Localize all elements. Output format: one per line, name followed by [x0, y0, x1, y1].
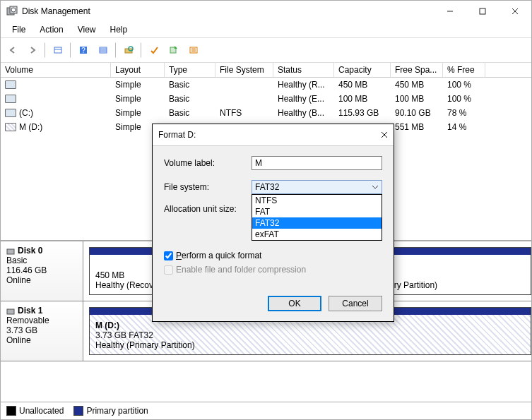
- cell-capacity: 450 MB: [334, 78, 391, 92]
- disk-icon: [6, 307, 15, 316]
- disk-status: Online: [6, 335, 77, 345]
- table-row[interactable]: (C:)SimpleBasicNTFSHealthy (B...115.93 G…: [1, 106, 531, 120]
- cell-status: Healthy (B...: [273, 106, 334, 120]
- dialog-titlebar: Format D:: [153, 124, 394, 146]
- disk-management-window: Disk Management File Action View Help ? …: [0, 0, 532, 420]
- disk-status: Online: [6, 275, 77, 285]
- window-title: Disk Management: [22, 6, 434, 16]
- cancel-button[interactable]: Cancel: [329, 296, 382, 311]
- ok-button[interactable]: OK: [268, 296, 321, 311]
- svg-rect-22: [7, 249, 14, 254]
- cell-fs: [215, 92, 273, 106]
- volume-icon: [5, 109, 16, 117]
- disk-icon: [6, 247, 15, 256]
- toolbar-separator: [141, 42, 142, 58]
- compression-check: [164, 265, 173, 275]
- help-button[interactable]: ?: [74, 41, 93, 59]
- apply-button[interactable]: [145, 41, 163, 59]
- disk-type: Basic: [6, 256, 77, 265]
- col-filesystem[interactable]: File System: [215, 63, 273, 77]
- volume-name: (C:): [19, 108, 33, 118]
- legend: Unallocated Primary partition: [1, 402, 531, 419]
- volume-name: M (D:): [19, 122, 42, 132]
- menu-action[interactable]: Action: [32, 23, 70, 36]
- menu-help[interactable]: Help: [103, 23, 135, 36]
- chevron-down-icon: [372, 184, 379, 191]
- titlebar: Disk Management: [1, 1, 531, 22]
- toolbar-separator: [45, 42, 46, 58]
- rescan-button[interactable]: [165, 41, 183, 59]
- forward-button[interactable]: [23, 41, 42, 59]
- disk-size: 116.46 GB: [6, 265, 77, 275]
- disk-header[interactable]: Disk 1 Removable 3.73 GB Online: [1, 301, 83, 361]
- panel-button[interactable]: [49, 41, 67, 59]
- disk-type: Removable: [6, 316, 77, 325]
- format-dialog: Format D: Volume label: File system: FAT…: [152, 124, 394, 322]
- cell-type: Basic: [165, 106, 215, 120]
- disk-header[interactable]: Disk 0 Basic 116.46 GB Online: [1, 241, 83, 301]
- list-button[interactable]: [94, 41, 112, 59]
- menubar: File Action View Help: [1, 22, 531, 38]
- legend-swatch-primary: [73, 406, 83, 416]
- cell-capacity: 100 MB: [334, 92, 391, 106]
- fs-option-fat32[interactable]: FAT32: [252, 217, 382, 229]
- maximize-button[interactable]: [466, 1, 499, 22]
- legend-swatch-unallocated: [6, 406, 16, 416]
- cell-layout: Simple: [111, 92, 165, 106]
- fs-option-ntfs[interactable]: NTFS: [252, 195, 382, 206]
- col-pctfree[interactable]: % Free: [443, 63, 485, 77]
- disk-name: Disk 1: [18, 306, 42, 316]
- table-row[interactable]: SimpleBasicHealthy (R...450 MB450 MB100 …: [1, 78, 531, 92]
- partition-size: 3.73 GB FAT32: [95, 330, 153, 340]
- filesystem-dropdown[interactable]: NTFS FAT FAT32 exFAT: [252, 194, 382, 241]
- minimize-button[interactable]: [434, 1, 466, 22]
- close-button[interactable]: [499, 1, 531, 22]
- volume-icon: [5, 80, 16, 89]
- toolbar-separator: [115, 42, 117, 58]
- cell-fs: [215, 78, 273, 92]
- partition-size: 450 MB: [95, 270, 124, 280]
- partition-status: Healthy (Primary Partition): [95, 340, 195, 350]
- disk-name: Disk 0: [18, 246, 42, 256]
- cell-status: Healthy (E...: [273, 92, 334, 106]
- cell-pct: 100 %: [443, 92, 485, 106]
- fs-option-fat[interactable]: FAT: [252, 206, 382, 217]
- svg-point-2: [11, 8, 16, 12]
- fs-option-exfat[interactable]: exFAT: [252, 229, 382, 240]
- filesystem-value: FAT32: [255, 182, 372, 192]
- refresh-button[interactable]: [119, 41, 138, 59]
- table-header: Volume Layout Type File System Status Ca…: [1, 63, 531, 78]
- volume-icon: [5, 123, 16, 131]
- volume-label-label: Volume label:: [164, 158, 252, 168]
- filesystem-select[interactable]: FAT32 NTFS FAT FAT32 exFAT: [252, 180, 382, 194]
- menu-view[interactable]: View: [71, 23, 103, 36]
- legend-unallocated: Unallocated: [19, 406, 64, 416]
- cell-fs: NTFS: [215, 106, 273, 120]
- col-volume[interactable]: Volume: [1, 63, 111, 77]
- volume-label-input[interactable]: [252, 156, 382, 170]
- col-free[interactable]: Free Spa...: [391, 63, 443, 77]
- col-layout[interactable]: Layout: [111, 63, 165, 77]
- col-type[interactable]: Type: [165, 63, 215, 77]
- filesystem-label: File system:: [164, 182, 252, 192]
- quick-format-checkbox[interactable]: Perform a quick format: [164, 251, 382, 260]
- svg-rect-7: [54, 47, 61, 53]
- compression-label: Enable file and folder compression: [176, 265, 306, 275]
- svg-rect-4: [480, 8, 485, 14]
- compression-checkbox: Enable file and folder compression: [164, 265, 382, 275]
- table-row[interactable]: SimpleBasicHealthy (E...100 MB100 MB100 …: [1, 92, 531, 106]
- dialog-close-button[interactable]: [381, 131, 388, 138]
- cell-free: 100 MB: [391, 92, 443, 106]
- svg-text:?: ?: [81, 47, 85, 54]
- col-status[interactable]: Status: [273, 63, 334, 77]
- allocation-unit-size-label: Allocation unit size:: [164, 204, 252, 214]
- menu-file[interactable]: File: [5, 23, 32, 36]
- quick-format-label: erform a quick format: [182, 251, 261, 260]
- back-button[interactable]: [4, 41, 22, 59]
- disk-size: 3.73 GB: [6, 325, 77, 335]
- settings-button[interactable]: [184, 41, 203, 59]
- cell-pct: 100 %: [443, 78, 485, 92]
- col-capacity[interactable]: Capacity: [334, 63, 391, 77]
- quick-format-check[interactable]: [164, 251, 173, 260]
- cell-pct: 78 %: [443, 106, 485, 120]
